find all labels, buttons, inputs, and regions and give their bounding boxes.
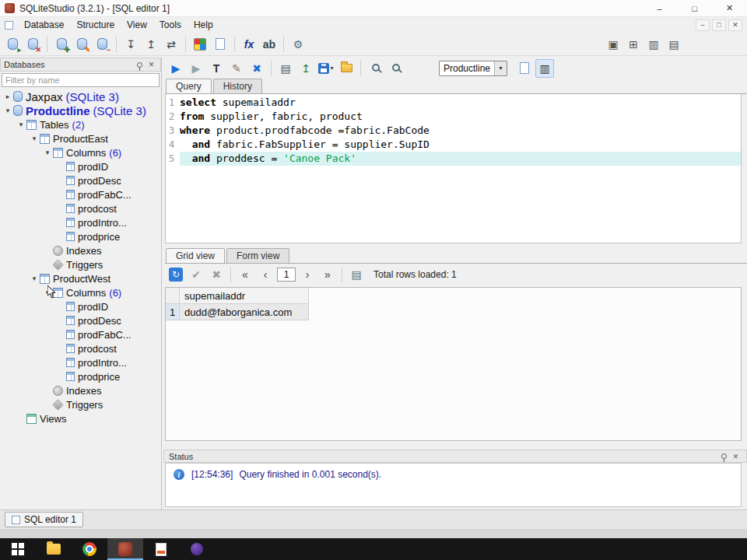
purple-app-icon[interactable] [179, 538, 215, 560]
tree-item-prodprice[interactable]: prodprice [0, 369, 161, 383]
menu-database[interactable]: Database [18, 18, 70, 32]
document-app-icon[interactable] [143, 538, 179, 560]
export-button[interactable]: ↥ [142, 35, 160, 54]
format-sql-button[interactable]: T [207, 59, 226, 78]
last-page-button[interactable]: » [318, 265, 337, 284]
sql-editor-area[interactable]: 1select supemailaddr2from supplier, fabr… [165, 94, 742, 243]
split-view-button[interactable]: ▥ [535, 59, 554, 78]
menu-help[interactable]: Help [188, 18, 219, 32]
first-page-button[interactable]: « [236, 265, 254, 284]
tree-item-proddesc[interactable]: prodDesc [0, 173, 161, 187]
mdi-window-icon[interactable] [5, 21, 13, 30]
mdi-minimize-button[interactable]: – [696, 19, 710, 31]
maximize-button[interactable]: □ [677, 0, 712, 16]
mdi-close-button[interactable]: ✕ [728, 19, 742, 31]
mdi-cascade-button[interactable]: ▣ [604, 35, 622, 54]
expander-collapsed-icon[interactable]: ▸ [3, 93, 12, 100]
tree-item-prodfabc[interactable]: prodFabC... [0, 327, 161, 341]
tree-item-jaxpax[interactable]: ▸Jaxpax(SQLite 3) [0, 89, 161, 103]
grid-cell[interactable]: dudd@faborganica.com [180, 304, 309, 320]
disconnect-database-button[interactable]: ✕ [23, 35, 42, 54]
export-results-button[interactable]: ↥ [296, 59, 315, 78]
convert-database-button[interactable]: ⇄ [162, 35, 181, 54]
mdi-tab-sql-editor-1[interactable]: SQL editor 1 [5, 512, 83, 527]
filter-databases-input[interactable] [2, 73, 160, 87]
commit-button[interactable]: ✔ [187, 265, 205, 284]
expander-expanded-icon[interactable]: ▾ [43, 149, 52, 156]
grid-corner-cell[interactable] [166, 288, 180, 304]
tree-item-productwest[interactable]: ▾ProductWest [0, 271, 161, 285]
tree-item-indexes[interactable]: Indexes [0, 383, 161, 397]
prev-page-button[interactable]: ‹ [256, 265, 275, 284]
tree-item-producteast[interactable]: ▾ProductEast [0, 131, 161, 145]
tree-item-proddesc[interactable]: prodDesc [0, 313, 161, 327]
open-sql-editor-button[interactable] [191, 35, 209, 54]
next-page-button[interactable]: › [298, 265, 317, 284]
expander-expanded-icon[interactable]: ▾ [16, 121, 26, 128]
close-panel-button[interactable]: ✕ [146, 59, 157, 70]
save-results-button[interactable]: ▾ [317, 59, 335, 78]
import-button[interactable]: ↧ [121, 35, 140, 54]
pin-status-button[interactable] [718, 451, 730, 462]
mdi-tile-button[interactable]: ⊞ [624, 35, 643, 54]
tree-item-prodcost[interactable]: prodcost [0, 201, 161, 215]
tree-item-prodfabc[interactable]: prodFabC... [0, 187, 161, 201]
connect-database-button[interactable]: ▸ [3, 35, 22, 54]
expander-expanded-icon[interactable]: ▾ [30, 135, 39, 142]
open-ddl-history-button[interactable] [211, 35, 230, 54]
tree-item-indexes[interactable]: Indexes [0, 243, 161, 257]
minimize-button[interactable]: – [642, 0, 677, 16]
tree-item-views[interactable]: Views [0, 411, 161, 425]
tab-grid-view[interactable]: Grid view [166, 248, 225, 263]
tree-item-productline[interactable]: ▾Productline(SQLite 3) [0, 103, 161, 117]
tree-item-triggers[interactable]: Triggers [0, 257, 161, 271]
mdi-tile-vertical-button[interactable]: ▤ [665, 35, 683, 54]
file-explorer-icon[interactable] [36, 538, 72, 560]
grid-options-button[interactable]: ▤ [347, 265, 366, 284]
pin-panel-button[interactable] [134, 59, 146, 70]
tree-item-prodintro[interactable]: prodIntro... [0, 355, 161, 369]
tree-item-prodid[interactable]: prodID [0, 299, 161, 313]
tree-item-prodprice[interactable]: prodprice [0, 229, 161, 243]
open-function-editor-button[interactable]: fx [240, 35, 258, 54]
explain-query-plan-button[interactable]: ▶ [187, 59, 205, 78]
chevron-down-icon[interactable]: ▾ [494, 61, 507, 75]
expander-expanded-icon[interactable]: ▾ [30, 275, 39, 282]
page-number-field[interactable]: 1 [277, 268, 296, 282]
find-button[interactable] [366, 59, 384, 78]
new-tab-button[interactable] [515, 59, 534, 78]
execute-query-button[interactable]: ▶ [167, 59, 185, 78]
tree-item-tables[interactable]: ▾Tables(2) [0, 117, 161, 131]
edit-database-button[interactable]: ✎ [72, 35, 91, 54]
edit-query-params-button[interactable]: ✎ [227, 59, 246, 78]
tab-form-view[interactable]: Form view [226, 248, 289, 263]
remove-database-button[interactable]: − [93, 35, 111, 54]
menu-structure[interactable]: Structure [70, 18, 121, 32]
clear-history-button[interactable]: ✖ [247, 59, 266, 78]
menu-view[interactable]: View [121, 18, 153, 32]
configure-button[interactable]: ⚙ [289, 35, 307, 54]
tree-item-prodcost[interactable]: prodcost [0, 341, 161, 355]
tab-query[interactable]: Query [166, 79, 212, 93]
tree-item-prodintro[interactable]: prodIntro... [0, 215, 161, 229]
database-combo[interactable]: Productline ▾ [439, 61, 507, 76]
expander-expanded-icon[interactable]: ▾ [43, 289, 52, 296]
tree-item-columns[interactable]: ▾Columns(6) [0, 285, 161, 299]
row-number-cell[interactable]: 1 [166, 304, 180, 320]
close-status-button[interactable]: ✕ [730, 451, 742, 462]
mdi-tile-horizontal-button[interactable]: ▥ [644, 35, 663, 54]
sqlitestudio-taskbar-icon[interactable] [107, 538, 143, 560]
tree-item-prodid[interactable]: prodID [0, 159, 161, 173]
open-collation-editor-button[interactable]: ab [260, 35, 279, 54]
tree-item-columns[interactable]: ▾Columns(6) [0, 145, 161, 159]
find-replace-button[interactable] [386, 59, 405, 78]
tree-item-triggers[interactable]: Triggers [0, 397, 161, 411]
mdi-restore-button[interactable]: □ [712, 19, 726, 31]
start-button[interactable] [0, 538, 36, 560]
open-sql-file-button[interactable] [337, 59, 356, 78]
grid-column-header[interactable]: supemailaddr [180, 288, 309, 304]
chrome-icon[interactable] [72, 538, 107, 560]
tab-history[interactable]: History [213, 79, 262, 93]
close-button[interactable]: ✕ [712, 0, 747, 16]
refresh-data-button[interactable]: ↻ [167, 265, 185, 284]
